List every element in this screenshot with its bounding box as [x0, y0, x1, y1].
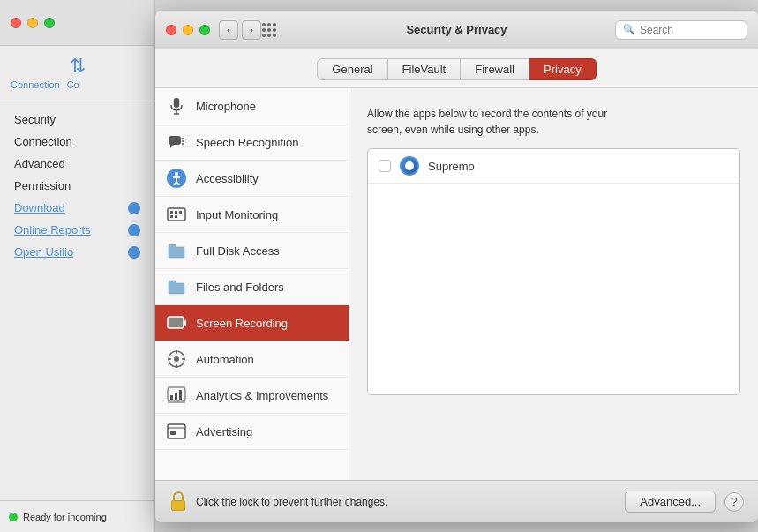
online-reports-label: Online Reports [14, 223, 91, 236]
automation-icon [166, 348, 187, 370]
connection-icon-btn[interactable]: ⇅ [70, 55, 86, 78]
maximize-button[interactable] [44, 18, 55, 28]
full-disk-icon [166, 240, 187, 261]
privacy-item-screen-recording[interactable]: Screen Recording [155, 305, 349, 341]
speech-icon [166, 131, 187, 153]
open-usilio-label: Open Usilio [14, 245, 73, 259]
svg-rect-22 [176, 364, 177, 368]
supremo-name: Supremo [428, 160, 475, 173]
sidebar-item-permission[interactable]: Permission [0, 175, 154, 197]
advanced-button[interactable]: Advanced... [625, 491, 716, 513]
left-nav: ⇅ Connection Co [0, 46, 154, 101]
svg-rect-0 [174, 98, 179, 108]
svg-rect-18 [168, 317, 184, 328]
advertising-label: Advertising [196, 425, 252, 438]
privacy-item-accessibility[interactable]: Accessibility [155, 161, 349, 197]
supremo-logo [400, 156, 419, 176]
window-body: Microphone Speech Recognition [155, 88, 758, 480]
analytics-icon [166, 385, 187, 406]
search-icon: 🔍 [623, 24, 635, 35]
online-reports-badge [128, 224, 140, 236]
tab-general[interactable]: General [317, 58, 387, 80]
minimize-button[interactable] [27, 18, 38, 28]
titlebar-nav: ‹ › [219, 20, 261, 40]
app-item-supremo: Supremo [368, 149, 739, 184]
svg-rect-16 [170, 215, 173, 218]
arrows-icon: ⇅ [70, 55, 86, 78]
sidebar-item-download[interactable]: Download [0, 197, 154, 219]
status-dot [9, 513, 18, 521]
svg-rect-32 [170, 431, 176, 435]
svg-rect-27 [175, 393, 177, 400]
svg-rect-26 [170, 395, 173, 400]
download-label: Download [14, 201, 65, 214]
titlebar-search-box[interactable]: 🔍 [615, 20, 747, 40]
privacy-item-analytics[interactable]: Analytics & Improvements [155, 378, 349, 414]
back-button[interactable]: ‹ [219, 20, 238, 40]
lock-top [173, 491, 184, 500]
grid-icon [262, 23, 276, 37]
nav-tabs: Connection Co [0, 78, 154, 92]
main-window: ‹ › Security & Privacy 🔍 General FileVau… [155, 11, 758, 522]
lock-text: Click the lock to prevent further change… [196, 496, 616, 508]
supremo-icon [400, 156, 419, 176]
window-close-button[interactable] [166, 25, 176, 35]
grid-button[interactable] [259, 20, 279, 40]
advertising-icon [166, 421, 187, 442]
sidebar-item-advanced[interactable]: Advanced [0, 153, 154, 175]
content-description: Allow the apps below to record the conte… [367, 106, 614, 138]
privacy-item-microphone[interactable]: Microphone [155, 88, 349, 124]
svg-rect-12 [168, 208, 185, 221]
supremo-checkbox[interactable] [379, 160, 391, 172]
window-minimize-button[interactable] [183, 25, 193, 35]
microphone-icon [166, 95, 187, 116]
files-folders-label: Files and Folders [196, 281, 284, 294]
sidebar-item-online-reports[interactable]: Online Reports [0, 219, 154, 241]
sidebar-item-open-usilio[interactable]: Open Usilio [0, 241, 154, 263]
privacy-item-full-disk[interactable]: Full Disk Access [155, 233, 349, 269]
svg-rect-23 [168, 358, 171, 360]
window-titlebar: ‹ › Security & Privacy 🔍 [155, 11, 758, 49]
microphone-label: Microphone [196, 100, 256, 113]
tab-connection[interactable]: Connection [7, 78, 64, 92]
tab-filevault[interactable]: FileVault [388, 58, 462, 80]
tab-firewall[interactable]: Firewall [461, 58, 529, 80]
svg-point-20 [174, 356, 179, 362]
left-titlebar [0, 0, 154, 46]
close-button[interactable] [11, 18, 21, 28]
analytics-label: Analytics & Improvements [196, 389, 328, 402]
svg-rect-21 [176, 350, 177, 354]
sidebar-item-security[interactable]: Security [0, 109, 154, 131]
open-usilio-badge [128, 246, 140, 259]
search-input[interactable] [640, 24, 739, 36]
svg-rect-24 [182, 358, 185, 360]
forward-button[interactable]: › [242, 20, 261, 40]
window-maximize-button[interactable] [199, 25, 210, 35]
status-bar: Ready for incoming [0, 500, 154, 532]
automation-label: Automation [196, 353, 254, 366]
tab-co[interactable]: Co [64, 78, 83, 92]
input-monitoring-icon [166, 204, 187, 225]
privacy-item-automation[interactable]: Automation [155, 341, 349, 378]
titlebar-controls [166, 25, 210, 35]
sidebar-item-connection[interactable]: Connection [0, 131, 154, 153]
privacy-item-files-folders[interactable]: Files and Folders [155, 269, 349, 305]
tab-privacy[interactable]: Privacy [529, 58, 597, 80]
apps-list: Supremo [367, 148, 740, 395]
privacy-item-input-monitoring[interactable]: Input Monitoring [155, 197, 349, 233]
svg-rect-14 [175, 211, 177, 214]
lock-icon[interactable] [169, 491, 187, 513]
screen-recording-label: Screen Recording [196, 317, 288, 330]
lock-body [171, 500, 185, 511]
help-button[interactable]: ? [724, 492, 744, 512]
accessibility-label: Accessibility [196, 172, 259, 185]
svg-point-7 [175, 172, 178, 176]
files-folders-icon [166, 276, 187, 297]
accessibility-circle-icon [167, 169, 186, 188]
input-monitoring-label: Input Monitoring [196, 208, 278, 221]
window-title: Security & Privacy [406, 23, 507, 36]
privacy-item-speech[interactable]: Speech Recognition [155, 124, 349, 161]
privacy-content: Allow the apps below to record the conte… [349, 88, 758, 480]
privacy-item-advertising[interactable]: Advertising [155, 414, 349, 450]
download-badge [128, 202, 140, 214]
